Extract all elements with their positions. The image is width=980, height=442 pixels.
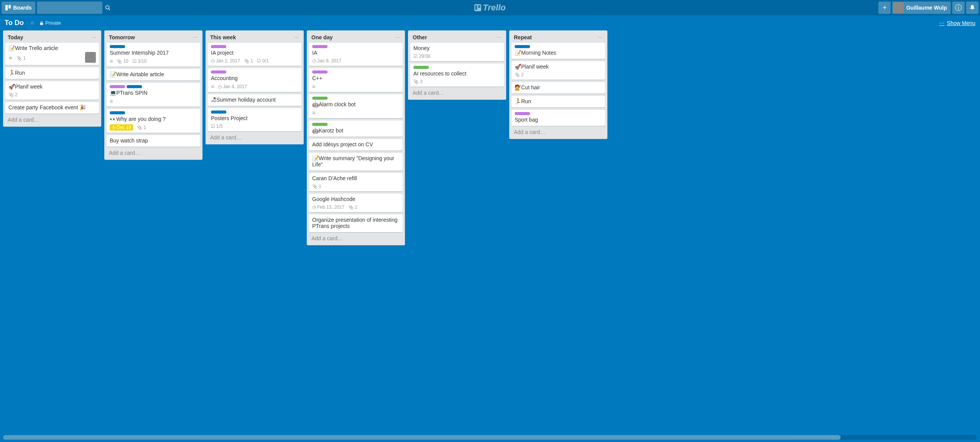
attachment-icon <box>348 204 354 210</box>
label-purple[interactable] <box>211 45 226 48</box>
due-date: Jan 2, 2017 <box>211 58 240 64</box>
label-purple[interactable] <box>312 70 328 74</box>
search-box[interactable] <box>37 2 102 14</box>
list-menu-button[interactable]: ⋯ <box>92 35 97 40</box>
header-right: + Guillaume Wulp ⓘ <box>878 2 978 14</box>
svg-rect-0 <box>5 5 8 10</box>
label-blue[interactable] <box>110 45 125 48</box>
list-menu-button[interactable]: ⋯ <box>497 35 502 40</box>
list-title[interactable]: Today <box>8 34 23 40</box>
card[interactable]: Create party Facebook event 🎉 <box>5 102 99 114</box>
list-title[interactable]: Other <box>413 34 427 40</box>
card[interactable]: 💻PTrans SPIN <box>107 83 200 107</box>
card-member-avatar[interactable] <box>85 52 96 63</box>
card[interactable]: C++ <box>309 68 403 92</box>
checklist-badge: 1/5 <box>211 124 223 129</box>
list-title[interactable]: Repeat <box>514 34 532 40</box>
card[interactable]: 👀Why are you doing ? Dec 19 1 <box>107 109 200 133</box>
list-header: Other⋯ <box>410 33 504 43</box>
card[interactable]: 🏖Summer holiday account <box>208 94 301 106</box>
star-button[interactable]: ☆ <box>28 18 37 27</box>
card[interactable]: Add Idésys project on CV <box>309 139 403 151</box>
card-title: Google Hashcode <box>312 196 400 202</box>
boards-button[interactable]: Boards <box>2 2 35 14</box>
card[interactable]: AI resources to collect 3 <box>410 64 504 87</box>
card[interactable]: Sport bag <box>512 110 605 126</box>
card[interactable]: 📝Write summary "Designing your Life" <box>309 153 403 171</box>
label-blue[interactable] <box>127 85 142 88</box>
card-title: 📝Morning Notes <box>515 50 602 56</box>
checklist-icon <box>257 58 261 64</box>
label-purple[interactable] <box>110 85 125 88</box>
show-menu-link[interactable]: Show Menu <box>947 20 975 26</box>
list-header: This week⋯ <box>208 33 301 43</box>
list-menu-button[interactable]: ⋯ <box>598 35 603 40</box>
trello-logo[interactable]: Trello <box>474 3 506 13</box>
svg-line-3 <box>109 9 110 10</box>
card[interactable]: IA Jan 9, 2017 <box>309 43 403 66</box>
boards-label: Boards <box>13 5 32 11</box>
list-title[interactable]: This week <box>210 34 236 40</box>
list-menu-button[interactable]: ⋯ <box>294 35 299 40</box>
card[interactable]: IA project Jan 2, 2017 1 0/1 <box>208 43 301 66</box>
description-icon <box>312 84 315 90</box>
info-button[interactable]: ⓘ <box>952 2 965 14</box>
list-header: One day⋯ <box>309 33 403 43</box>
add-card-button[interactable]: Add a card… <box>107 147 200 157</box>
add-card-button[interactable]: Add a card… <box>512 126 605 137</box>
attachment-icon <box>8 92 14 97</box>
card[interactable]: 🏃Run <box>512 96 605 107</box>
card[interactable]: 📝Write Trello article 1 <box>5 43 99 65</box>
list-menu-button[interactable]: ⋯ <box>395 35 400 40</box>
label-blue[interactable] <box>110 111 125 114</box>
card-labels <box>110 45 197 48</box>
card-title: 🚀Planif week <box>515 64 602 70</box>
label-blue[interactable] <box>211 110 226 114</box>
label-green[interactable] <box>413 66 429 69</box>
card-labels <box>312 123 400 126</box>
card[interactable]: 🏃Run <box>5 67 99 79</box>
list-title[interactable]: Tomorrow <box>109 34 135 40</box>
user-menu-button[interactable]: Guillaume Wulp <box>892 2 951 14</box>
create-button[interactable]: + <box>878 2 891 14</box>
label-purple[interactable] <box>515 112 530 115</box>
privacy-button[interactable]: Private <box>37 18 63 27</box>
label-green[interactable] <box>312 97 328 100</box>
card[interactable]: Google Hashcode Feb 13, 2017 1 <box>309 194 403 212</box>
card[interactable]: 💇Cut hair <box>512 82 605 94</box>
add-card-button[interactable]: Add a card… <box>208 131 301 142</box>
attachment-icon <box>244 58 249 64</box>
attachment-icon <box>515 72 520 77</box>
label-purple[interactable] <box>211 70 226 74</box>
card[interactable]: Organize presentation of interesting PTr… <box>309 214 403 232</box>
card[interactable]: Summer Internship 2017 10 3/10 <box>107 43 200 67</box>
card[interactable]: 📝Morning Notes <box>512 43 605 59</box>
list-menu-button[interactable]: ⋯ <box>193 35 198 40</box>
card[interactable]: Caran D'Ache refill 1 <box>309 173 403 191</box>
card[interactable]: Money 29/38 <box>410 43 504 61</box>
card[interactable]: 🤖Karotz bot <box>309 121 403 137</box>
card[interactable]: 📝Write Airtable article <box>107 69 200 80</box>
card-title: Caran D'Ache refill <box>312 175 400 181</box>
card-title: 🏃Run <box>8 70 96 76</box>
add-card-button[interactable]: Add a card… <box>5 114 99 124</box>
add-card-button[interactable]: Add a card… <box>309 232 403 243</box>
card[interactable]: 🚀Planif week 2 <box>512 61 605 80</box>
card[interactable]: Accounting Jan 4, 2017 <box>208 68 301 92</box>
subscribe-icon <box>8 56 13 60</box>
attachment-icon <box>312 184 318 189</box>
search-input[interactable] <box>40 5 105 11</box>
global-header: Boards Trello + Guillaume Wulp ⓘ <box>0 0 980 15</box>
label-blue[interactable] <box>515 45 530 48</box>
card[interactable]: 🤖Alarm clock bot <box>309 94 403 118</box>
notifications-button[interactable] <box>966 2 978 14</box>
card[interactable]: Posters Project 1/5 <box>208 108 301 131</box>
list-title[interactable]: One day <box>311 34 333 40</box>
add-card-button[interactable]: Add a card… <box>410 87 504 97</box>
description-icon <box>110 58 113 64</box>
card[interactable]: Buy watch strap <box>107 135 200 147</box>
label-purple[interactable] <box>312 45 328 48</box>
card[interactable]: 🚀Planif week 2 <box>5 81 99 100</box>
board-title[interactable]: To Do <box>5 19 24 27</box>
label-green[interactable] <box>312 123 328 126</box>
